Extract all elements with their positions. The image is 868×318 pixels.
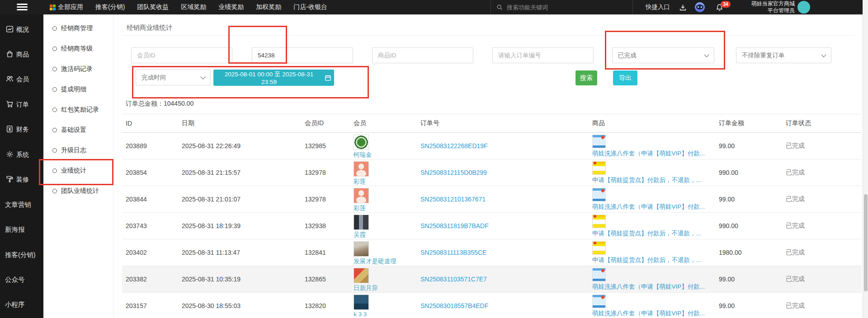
order-number-link[interactable]: SN2508312101367671	[420, 196, 592, 203]
main-content: 经销商业绩统计 已完成 不排除重复订单 完成时间 2025-08-01 00:0…	[113, 14, 868, 318]
sidebar-item-8[interactable]: 文章营销	[0, 192, 43, 217]
quick-entry-button[interactable]: 快捷入口	[646, 0, 670, 14]
search-button[interactable]: 搜索	[576, 70, 597, 85]
scrollbar-track[interactable]	[863, 0, 868, 318]
member-avatar[interactable]	[354, 135, 369, 150]
order-number-link[interactable]: SN2508311113B355CE	[420, 249, 592, 256]
member-avatar[interactable]	[354, 295, 369, 310]
order-number-link[interactable]: SN25083018557B4EDF	[420, 302, 592, 309]
topbar-menu-4[interactable]: 区域奖励	[181, 3, 206, 11]
member-name[interactable]: 发展才是硬道理	[354, 257, 420, 266]
topbar-menu-7[interactable]: 门店-收银台	[293, 3, 327, 11]
circle-bullet-icon	[52, 108, 57, 112]
product-link[interactable]: 申请【萌娃提货点】付款后，不退款，...	[592, 256, 719, 264]
product-thumbnail[interactable]	[592, 241, 606, 255]
member-id-value-input[interactable]	[252, 47, 353, 63]
member-avatar[interactable]	[354, 188, 369, 203]
sidebar-item-1[interactable]: 概况	[0, 17, 43, 42]
member-avatar[interactable]	[354, 268, 369, 283]
product-thumbnail[interactable]	[592, 295, 606, 308]
product-link[interactable]: 申请【萌娃提货点】付款后，不退款，...	[592, 229, 719, 238]
sidebar-item-6[interactable]: 系统	[0, 142, 43, 167]
sidebar-item-label: 小程序	[5, 300, 25, 309]
time-type-select[interactable]: 完成时间	[136, 70, 211, 85]
member-name[interactable]: 柯瑞金	[354, 151, 420, 159]
order-icon	[6, 100, 14, 109]
order-number-link[interactable]: SN250831103571C7E7	[420, 276, 592, 283]
order-id: 203844	[126, 196, 182, 203]
topbar-menu-1[interactable]: 全部应用	[50, 3, 83, 11]
submenu-item-9[interactable]: 团队业绩统计	[43, 181, 113, 201]
member-name[interactable]: 吴霞	[354, 231, 420, 239]
sidebar-item-12[interactable]: 小程序	[0, 292, 43, 317]
product-link[interactable]: 萌娃洗涤八件套（申请【萌娃VIP】付款...	[592, 203, 719, 211]
table-row: 2033822025-08-31 10:35:19132865日新月异SN250…	[122, 266, 862, 293]
member-id: 132978	[305, 169, 354, 176]
sidebar-item-10[interactable]: 推客(分销)	[0, 243, 43, 267]
member-id: 132985	[305, 142, 354, 150]
member-avatar[interactable]	[354, 241, 369, 257]
goods-id-input[interactable]	[372, 47, 473, 63]
product-link[interactable]: 萌娃洗涤八件套（申请【萌娃VIP】付款...	[592, 150, 719, 158]
product-thumbnail[interactable]	[592, 135, 606, 148]
member-name[interactable]: 日新月异	[354, 284, 420, 292]
member-name[interactable]: 彩莲	[354, 204, 420, 212]
submenu-item-5[interactable]: 红包奖励记录	[43, 99, 113, 120]
order-number-link[interactable]: SN2508311819B7BADF	[420, 222, 592, 229]
member-id: 132865	[305, 276, 354, 283]
product-thumbnail[interactable]	[592, 161, 606, 175]
product-link[interactable]: 萌娃洗涤八件套（申请【萌娃VIP】付款...	[592, 309, 719, 318]
sidebar-item-3[interactable]: 会员	[0, 67, 43, 92]
submenu-item-3[interactable]: 激活码记录	[43, 59, 113, 79]
export-button[interactable]: 导出	[613, 70, 637, 85]
member-id: 132978	[305, 196, 354, 203]
product-thumbnail[interactable]	[592, 268, 606, 281]
member-avatar[interactable]	[354, 215, 369, 230]
order-no-input[interactable]	[492, 47, 594, 63]
product-thumbnail[interactable]	[592, 215, 606, 228]
submenu-item-8-active[interactable]: 业绩统计	[43, 160, 113, 181]
topbar-search[interactable]	[491, 0, 621, 14]
topbar-menu-2[interactable]: 推客(分销)	[95, 3, 125, 11]
sidebar-item-5[interactable]: 财务	[0, 117, 43, 142]
member-name[interactable]: 彩莲	[354, 178, 420, 186]
user-avatar[interactable]	[797, 1, 810, 14]
topbar-menu-3[interactable]: 团队奖收益	[137, 3, 169, 11]
circle-bullet-icon	[52, 168, 57, 173]
topbar-menu-5[interactable]: 业绩奖励	[218, 3, 244, 11]
member-avatar[interactable]	[354, 161, 369, 177]
system-icon	[6, 150, 14, 159]
product-link[interactable]: 萌娃洗涤八件套（申请【萌娃VIP】付款...	[592, 283, 719, 291]
order-date: 2025-08-30 18:55:03	[182, 302, 305, 309]
order-number-link[interactable]: SN2508312115D0B299	[420, 169, 592, 176]
scrollbar-thumb[interactable]	[864, 194, 868, 291]
order-total: 订单总金额：104450.00	[126, 100, 193, 108]
submenu-item-6[interactable]: 基础设置	[43, 120, 113, 140]
member-id-input[interactable]	[131, 47, 232, 63]
submenu-item-7[interactable]: 升级日志	[43, 140, 113, 160]
date-range-button[interactable]: 2025-08-01 00:00 至 2025-08-31 23:59	[213, 70, 334, 86]
order-status: 已完成	[786, 302, 862, 310]
dedupe-value: 不排除重复订单	[742, 51, 785, 60]
topbar-menu-6[interactable]: 加权奖励	[256, 3, 281, 11]
member-name[interactable]: k 3 3	[354, 311, 420, 318]
search-input[interactable]	[506, 4, 621, 11]
submenu-item-1[interactable]: 经销商管理	[43, 18, 113, 38]
sidebar-item-9[interactable]: 新海报	[0, 217, 43, 242]
download-icon[interactable]	[679, 4, 687, 11]
dedupe-select[interactable]: 不排除重复订单	[736, 47, 831, 63]
sidebar-item-11[interactable]: 公众号	[0, 267, 43, 292]
hamburger-menu-icon[interactable]	[17, 4, 28, 11]
order-status-select[interactable]: 已完成	[612, 47, 714, 63]
sidebar-item-label: 装修	[16, 176, 29, 184]
product-link[interactable]: 申请【萌娃提货点】付款后，不退款，...	[592, 176, 719, 184]
sidebar-item-7[interactable]: 装修	[0, 167, 43, 192]
submenu-item-4[interactable]: 提成明细	[43, 79, 113, 99]
submenu-item-2[interactable]: 经销商等级	[43, 38, 113, 59]
member-cell: 柯瑞金	[354, 133, 420, 159]
sidebar-item-2[interactable]: 商品	[0, 42, 43, 67]
order-number-link[interactable]: SN25083122268ED19F	[420, 142, 592, 150]
product-thumbnail[interactable]	[592, 188, 606, 201]
sidebar-item-4[interactable]: 订单	[0, 92, 43, 117]
assistant-icon[interactable]	[695, 2, 705, 12]
